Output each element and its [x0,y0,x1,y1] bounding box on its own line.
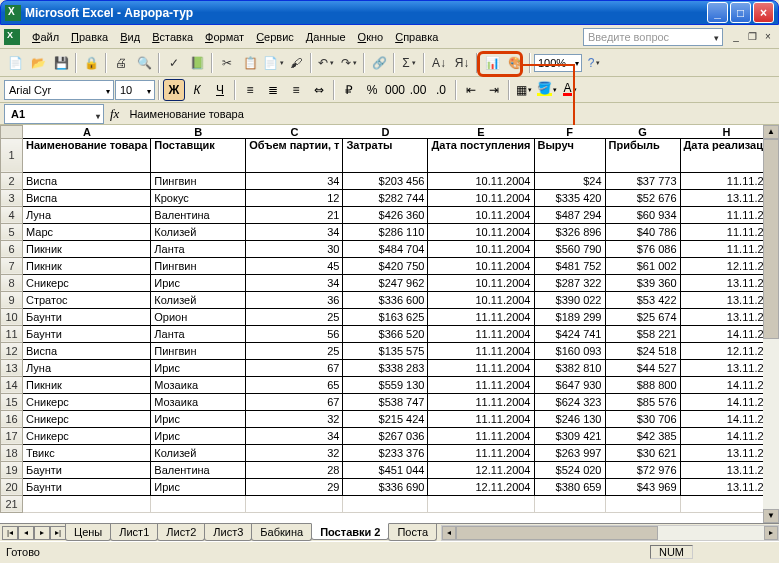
align-right-button[interactable]: ≡ [285,79,307,101]
cell[interactable]: 29 [246,478,343,495]
header-cell[interactable]: Затраты [343,138,428,172]
row-header-21[interactable]: 21 [1,495,23,512]
cell[interactable]: $44 527 [605,359,680,376]
cell[interactable]: Колизей [151,291,246,308]
header-cell[interactable]: Поставщик [151,138,246,172]
cell[interactable]: Сникерс [23,427,151,444]
cell[interactable]: $160 093 [534,342,605,359]
decrease-decimal-button[interactable]: .0 [430,79,452,101]
cell[interactable]: 12.11.20 [680,257,773,274]
cell[interactable]: Ирис [151,427,246,444]
cell[interactable]: 12.11.2004 [428,478,534,495]
header-cell[interactable]: Прибыль [605,138,680,172]
row-header-2[interactable]: 2 [1,172,23,189]
row-header-9[interactable]: 9 [1,291,23,308]
menu-данные[interactable]: Данные [300,28,352,46]
cell[interactable]: 11.11.2004 [428,393,534,410]
cell[interactable]: $647 930 [534,376,605,393]
tab-prev-button[interactable]: ◂ [18,526,34,540]
header-cell[interactable]: Дата реализаци [680,138,773,172]
cell[interactable]: 11.11.2004 [428,410,534,427]
select-all-corner[interactable] [1,126,23,139]
cell[interactable]: 13.11.20 [680,291,773,308]
vscroll-thumb[interactable] [763,139,779,339]
cell[interactable]: $451 044 [343,461,428,478]
menu-окно[interactable]: Окно [352,28,390,46]
vertical-scrollbar[interactable]: ▲ ▼ [763,125,779,523]
cell[interactable]: $60 934 [605,206,680,223]
cell[interactable]: 32 [246,410,343,427]
menu-сервис[interactable]: Сервис [250,28,300,46]
cell[interactable]: 10.11.2004 [428,172,534,189]
cell[interactable]: $52 676 [605,189,680,206]
cell[interactable]: $43 969 [605,478,680,495]
cell[interactable]: Валентина [151,461,246,478]
cell[interactable]: Пингвин [151,257,246,274]
cell[interactable]: $39 360 [605,274,680,291]
cell[interactable]: $366 520 [343,325,428,342]
cell[interactable]: $426 360 [343,206,428,223]
cell[interactable]: 10.11.2004 [428,240,534,257]
align-left-button[interactable]: ≡ [239,79,261,101]
cell[interactable] [428,495,534,512]
cell[interactable]: 28 [246,461,343,478]
hyperlink-button[interactable]: 🔗 [368,52,390,74]
cell[interactable]: $267 036 [343,427,428,444]
cell[interactable]: 12.11.2004 [428,461,534,478]
cell[interactable]: $85 576 [605,393,680,410]
cell[interactable]: Баунти [23,461,151,478]
row-header-5[interactable]: 5 [1,223,23,240]
menu-вставка[interactable]: Вставка [146,28,199,46]
row-header-6[interactable]: 6 [1,240,23,257]
doc-icon[interactable] [4,29,20,45]
cell[interactable]: 12 [246,189,343,206]
cell[interactable]: 32 [246,444,343,461]
cell[interactable] [534,495,605,512]
cell[interactable]: 11.11.2004 [428,308,534,325]
cell[interactable]: $524 020 [534,461,605,478]
cell[interactable]: $88 800 [605,376,680,393]
help-search-input[interactable]: Введите вопрос [583,28,723,46]
align-center-button[interactable]: ≣ [262,79,284,101]
row-header-10[interactable]: 10 [1,308,23,325]
scroll-up-button[interactable]: ▲ [763,125,779,139]
cell[interactable]: 11.11.20 [680,172,773,189]
cell[interactable] [605,495,680,512]
cell[interactable]: 13.11.20 [680,444,773,461]
cell[interactable]: $40 786 [605,223,680,240]
cell[interactable]: 10.11.2004 [428,257,534,274]
sheet-tab-Лист2[interactable]: Лист2 [157,524,205,541]
cell[interactable] [151,495,246,512]
cell[interactable]: Ирис [151,274,246,291]
cell[interactable]: Баунти [23,325,151,342]
cell[interactable]: 13.11.20 [680,478,773,495]
doc-close-button[interactable]: × [761,30,775,44]
cell[interactable]: Пикник [23,240,151,257]
col-header-B[interactable]: B [151,126,246,139]
cell[interactable]: 14.11.20 [680,410,773,427]
row-header-15[interactable]: 15 [1,393,23,410]
cell[interactable]: $163 625 [343,308,428,325]
col-header-H[interactable]: H [680,126,773,139]
cell[interactable]: 14.11.20 [680,393,773,410]
row-header-11[interactable]: 11 [1,325,23,342]
cell[interactable]: $203 456 [343,172,428,189]
cell[interactable]: Баунти [23,478,151,495]
cell[interactable]: $309 421 [534,427,605,444]
sheet-tab-Цены[interactable]: Цены [65,524,111,541]
tab-first-button[interactable]: |◂ [2,526,18,540]
spelling-button[interactable]: ✓ [163,52,185,74]
copy-button[interactable]: 📋 [239,52,261,74]
cell[interactable]: $135 575 [343,342,428,359]
row-header-1[interactable]: 1 [1,138,23,172]
row-header-20[interactable]: 20 [1,478,23,495]
cell[interactable]: $233 376 [343,444,428,461]
cell[interactable]: $58 221 [605,325,680,342]
cell[interactable]: Марс [23,223,151,240]
cell[interactable]: 11.11.2004 [428,325,534,342]
cell[interactable]: 25 [246,342,343,359]
sheet-tab-Лист1[interactable]: Лист1 [110,524,158,541]
cell[interactable]: Виспа [23,189,151,206]
cell[interactable]: $189 299 [534,308,605,325]
cell[interactable]: 10.11.2004 [428,291,534,308]
